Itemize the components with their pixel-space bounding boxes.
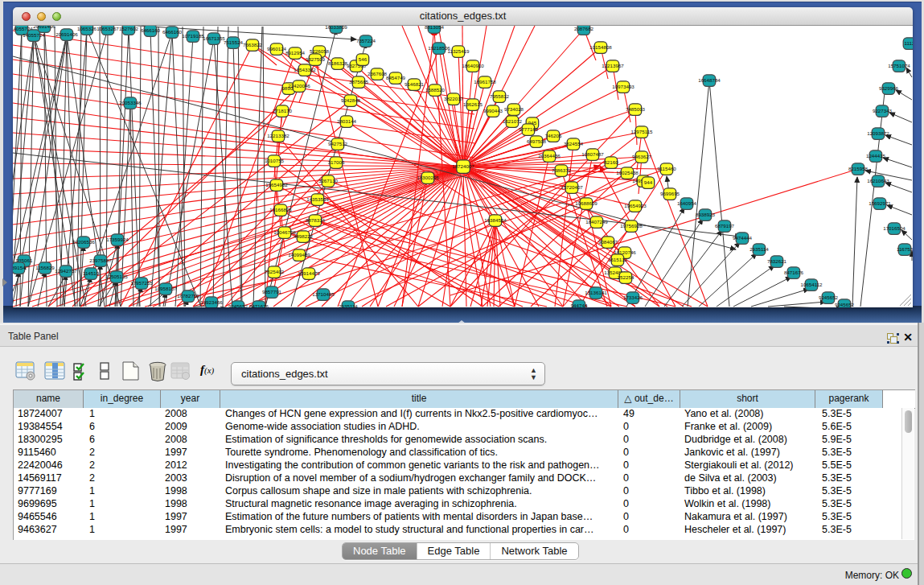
svg-text:7663822: 7663822 bbox=[243, 42, 263, 47]
svg-text:9699695: 9699695 bbox=[660, 191, 680, 196]
svg-text:10719185: 10719185 bbox=[182, 33, 204, 39]
svg-text:317006: 317006 bbox=[328, 159, 345, 165]
svg-text:5226058: 5226058 bbox=[310, 48, 330, 54]
svg-text:4498222: 4498222 bbox=[294, 233, 314, 239]
svg-text:19384554: 19384554 bbox=[484, 217, 507, 223]
svg-text:8878334: 8878334 bbox=[306, 217, 326, 223]
svg-text:1362615: 1362615 bbox=[463, 101, 483, 107]
svg-text:9777169: 9777169 bbox=[519, 126, 539, 132]
svg-text:8471676: 8471676 bbox=[784, 270, 804, 275]
svg-text:19654982: 19654982 bbox=[265, 182, 288, 187]
svg-text:17957255: 17957255 bbox=[130, 280, 153, 286]
svg-text:9327509: 9327509 bbox=[306, 56, 326, 62]
svg-text:13710485: 13710485 bbox=[312, 291, 335, 297]
svg-text:20691406: 20691406 bbox=[33, 26, 55, 29]
svg-text:14353594: 14353594 bbox=[306, 196, 329, 202]
svg-text:12213967: 12213967 bbox=[602, 63, 624, 68]
svg-text:2935114: 2935114 bbox=[749, 246, 769, 252]
svg-text:10973493: 10973493 bbox=[612, 84, 634, 89]
svg-text:11325419: 11325419 bbox=[447, 48, 470, 54]
svg-text:746206: 746206 bbox=[545, 133, 562, 138]
svg-text:16210643: 16210643 bbox=[867, 178, 889, 183]
svg-text:8813054: 8813054 bbox=[425, 26, 445, 30]
svg-text:10154808: 10154808 bbox=[589, 44, 612, 50]
svg-text:19654923: 19654923 bbox=[624, 203, 647, 208]
svg-text:12093872: 12093872 bbox=[867, 130, 889, 136]
svg-text:16961758: 16961758 bbox=[474, 79, 496, 84]
svg-text:10688609: 10688609 bbox=[575, 200, 598, 206]
svg-text:12213382: 12213382 bbox=[267, 133, 290, 138]
svg-text:1010755: 1010755 bbox=[265, 158, 285, 163]
svg-text:3624554: 3624554 bbox=[564, 141, 584, 146]
svg-text:9245652: 9245652 bbox=[228, 303, 248, 307]
svg-text:19166825: 19166825 bbox=[269, 207, 292, 212]
svg-text:20364436: 20364436 bbox=[538, 153, 561, 159]
svg-text:1621072: 1621072 bbox=[503, 118, 523, 124]
svg-text:10653267: 10653267 bbox=[97, 26, 119, 31]
svg-text:16671355: 16671355 bbox=[203, 35, 225, 41]
svg-text:1527602: 1527602 bbox=[119, 26, 139, 31]
svg-text:18640910: 18640910 bbox=[462, 63, 484, 68]
svg-text:18724007: 18724007 bbox=[452, 163, 474, 169]
svg-text:2803144: 2803144 bbox=[337, 118, 357, 124]
svg-text:546: 546 bbox=[359, 56, 368, 62]
svg-text:252254: 252254 bbox=[618, 274, 634, 280]
svg-text:12975115: 12975115 bbox=[630, 129, 653, 134]
svg-text:8454749: 8454749 bbox=[386, 75, 406, 80]
svg-text:12505135: 12505135 bbox=[105, 274, 128, 279]
svg-text:9474444: 9474444 bbox=[733, 235, 753, 241]
svg-text:1733426: 1733426 bbox=[623, 295, 643, 300]
svg-text:62160: 62160 bbox=[604, 159, 618, 165]
svg-text:14055724: 14055724 bbox=[23, 32, 45, 38]
svg-text:20691406: 20691406 bbox=[55, 31, 78, 37]
svg-text:20053346: 20053346 bbox=[119, 100, 142, 105]
svg-text:944744: 944744 bbox=[571, 303, 588, 307]
svg-text:9146821: 9146821 bbox=[405, 81, 425, 87]
svg-text:16543362: 16543362 bbox=[294, 67, 316, 72]
svg-text:8215958: 8215958 bbox=[848, 166, 869, 171]
svg-text:7832621: 7832621 bbox=[767, 258, 787, 264]
svg-text:8938923: 8938923 bbox=[696, 212, 716, 217]
svg-text:3267130: 3267130 bbox=[318, 178, 339, 183]
svg-text:2935114: 2935114 bbox=[339, 303, 358, 307]
svg-text:3875685: 3875685 bbox=[349, 79, 369, 84]
svg-text:9463627: 9463627 bbox=[632, 154, 652, 159]
svg-text:9990443: 9990443 bbox=[483, 108, 503, 113]
svg-text:22420046: 22420046 bbox=[288, 83, 310, 89]
svg-text:9227343: 9227343 bbox=[873, 108, 893, 113]
svg-text:7515524: 7515524 bbox=[224, 39, 244, 45]
svg-text:116753: 116753 bbox=[897, 246, 913, 252]
svg-text:1588520: 1588520 bbox=[425, 87, 446, 93]
svg-text:2718170: 2718170 bbox=[273, 108, 293, 113]
svg-text:944: 944 bbox=[644, 179, 653, 185]
svg-text:7955812: 7955812 bbox=[490, 93, 510, 99]
svg-text:9245652: 9245652 bbox=[819, 295, 839, 300]
svg-text:15136141: 15136141 bbox=[585, 290, 607, 295]
svg-text:1640954: 1640954 bbox=[677, 200, 697, 206]
svg-text:1065326: 1065326 bbox=[77, 26, 97, 31]
svg-text:17359924: 17359924 bbox=[106, 237, 129, 242]
svg-text:10807487: 10807487 bbox=[581, 151, 604, 157]
svg-text:18407249: 18407249 bbox=[585, 219, 608, 225]
svg-text:9329966: 9329966 bbox=[879, 85, 899, 91]
svg-text:15692971: 15692971 bbox=[869, 200, 891, 206]
svg-text:9115460: 9115460 bbox=[657, 166, 676, 171]
svg-text:9427512: 9427512 bbox=[328, 141, 348, 146]
svg-text:10025438: 10025438 bbox=[616, 170, 639, 175]
svg-text:17016504: 17016504 bbox=[883, 225, 906, 231]
svg-text:2367608: 2367608 bbox=[368, 71, 388, 76]
svg-text:10958107: 10958107 bbox=[154, 286, 177, 291]
svg-text:7386372: 7386372 bbox=[552, 167, 572, 173]
svg-text:1112: 1112 bbox=[905, 40, 913, 46]
svg-text:6466160: 6466160 bbox=[162, 29, 183, 35]
svg-text:15720407: 15720407 bbox=[561, 184, 583, 190]
svg-text:39154: 39154 bbox=[13, 265, 26, 270]
svg-text:8471676: 8471676 bbox=[249, 303, 269, 307]
svg-text:3822037: 3822037 bbox=[444, 96, 464, 101]
svg-text:20206536: 20206536 bbox=[72, 239, 95, 245]
svg-text:6466160: 6466160 bbox=[141, 27, 161, 33]
svg-text:9245652: 9245652 bbox=[835, 302, 855, 307]
svg-text:1244415: 1244415 bbox=[866, 153, 886, 159]
svg-text:14099489: 14099489 bbox=[288, 252, 310, 257]
svg-text:19923466: 19923466 bbox=[200, 299, 223, 305]
